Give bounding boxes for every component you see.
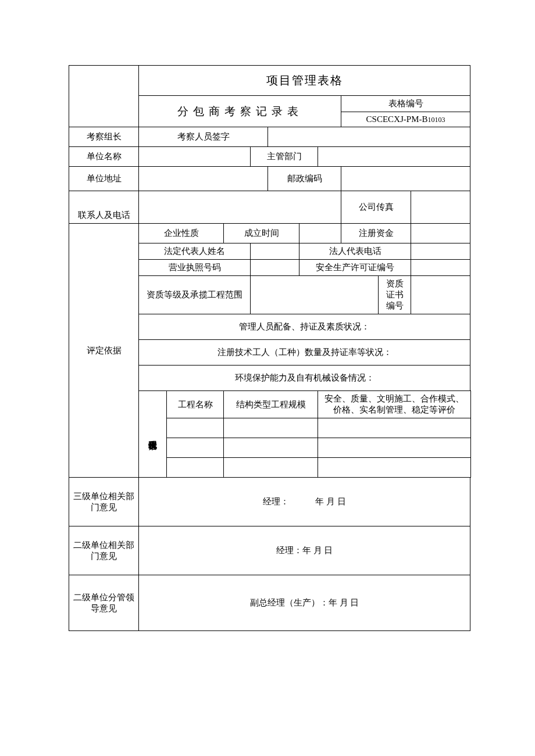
sub-title: 分包商考察记录表 xyxy=(139,96,341,127)
form-no-value: CSCECXJ-PM-B10103 xyxy=(341,112,470,127)
label-dept: 主管部门 xyxy=(251,147,318,167)
form-no-label: 表格编号 xyxy=(341,96,470,112)
value-reg-capital xyxy=(411,224,470,243)
label-env-status: 环境保护能力及自有机械设备情况： xyxy=(139,366,470,391)
proj-row-0-name xyxy=(167,418,224,438)
label-ent-nature: 企业性质 xyxy=(139,224,224,243)
label-proj-scale: 结构类型工程规模 xyxy=(224,391,318,418)
value-inspect-sign xyxy=(268,127,470,147)
value-unit-addr xyxy=(139,167,268,191)
value-est-time xyxy=(299,224,341,243)
value-unit-name xyxy=(139,147,251,167)
proj-row-0-scale xyxy=(224,418,318,438)
value-postcode xyxy=(341,167,470,191)
l3-signature-line: 经理： 年 月 日 xyxy=(139,478,470,526)
value-qual-cert-no xyxy=(411,276,470,314)
value-qual-scope xyxy=(251,276,379,314)
value-contact xyxy=(139,191,341,224)
form-table: 项目管理表格 分包商考察记录表 表格编号 CSCECXJ-PM-B10103 考… xyxy=(69,65,471,631)
label-unit-name: 单位名称 xyxy=(69,147,139,167)
label-proj-eval: 安全、质量、文明施工、合作模式、价格、实名制管理、稳定等评价 xyxy=(318,391,471,418)
l2-signature-line: 经理：年 月 日 xyxy=(139,526,470,575)
value-legal-name xyxy=(251,243,299,260)
label-mgmt-status: 管理人员配备、持证及素质状况： xyxy=(139,314,470,340)
leader-signature-line: 副总经理（生产）：年 月 日 xyxy=(139,575,470,631)
value-license-no xyxy=(251,260,299,276)
label-legal-name: 法定代表人姓名 xyxy=(139,243,251,260)
value-fax xyxy=(411,191,470,224)
label-inspect-leader: 考察组长 xyxy=(69,127,139,147)
logo-cell xyxy=(69,66,139,127)
label-l2-leader-opinion: 二级单位分管领导意见 xyxy=(69,575,139,631)
label-proj-name: 工程名称 xyxy=(167,391,224,418)
label-unit-addr: 单位地址 xyxy=(69,167,139,191)
label-inspect-sign: 考察人员签字 xyxy=(139,127,268,147)
label-proj-record: 察表程况考代工情 xyxy=(139,391,167,478)
label-workers-status: 注册技术工人（工种）数量及持证率等状况： xyxy=(139,340,470,366)
proj-row-0-eval xyxy=(318,418,471,438)
label-qual-cert-no: 资质证书编号 xyxy=(379,276,411,314)
proj-row-2-scale xyxy=(224,458,318,478)
label-legal-phone: 法人代表电话 xyxy=(299,243,411,260)
label-l2-opinion: 二级单位相关部门意见 xyxy=(69,526,139,575)
proj-row-1-scale xyxy=(224,438,318,458)
proj-row-1-eval xyxy=(318,438,471,458)
value-legal-phone xyxy=(411,243,470,260)
label-qual-scope: 资质等级及承揽工程范围 xyxy=(139,276,251,314)
main-title: 项目管理表格 xyxy=(139,66,470,96)
label-est-time: 成立时间 xyxy=(224,224,299,243)
proj-row-2-name xyxy=(167,458,224,478)
proj-row-1-name xyxy=(167,438,224,458)
proj-row-2-eval xyxy=(318,458,471,478)
label-reg-capital: 注册资金 xyxy=(341,224,411,243)
label-license-no: 营业执照号码 xyxy=(139,260,251,276)
value-safety-no xyxy=(411,260,470,276)
value-dept xyxy=(318,147,470,167)
label-postcode: 邮政编码 xyxy=(268,167,341,191)
label-l3-opinion: 三级单位相关部门意见 xyxy=(69,478,139,526)
page: 项目管理表格 分包商考察记录表 表格编号 CSCECXJ-PM-B10103 考… xyxy=(0,0,535,756)
label-basis: 评定依据 xyxy=(69,224,139,478)
label-fax: 公司传真 xyxy=(341,191,411,224)
label-contact: 联系人及电话 xyxy=(69,191,139,224)
label-safety-no: 安全生产许可证编号 xyxy=(299,260,411,276)
